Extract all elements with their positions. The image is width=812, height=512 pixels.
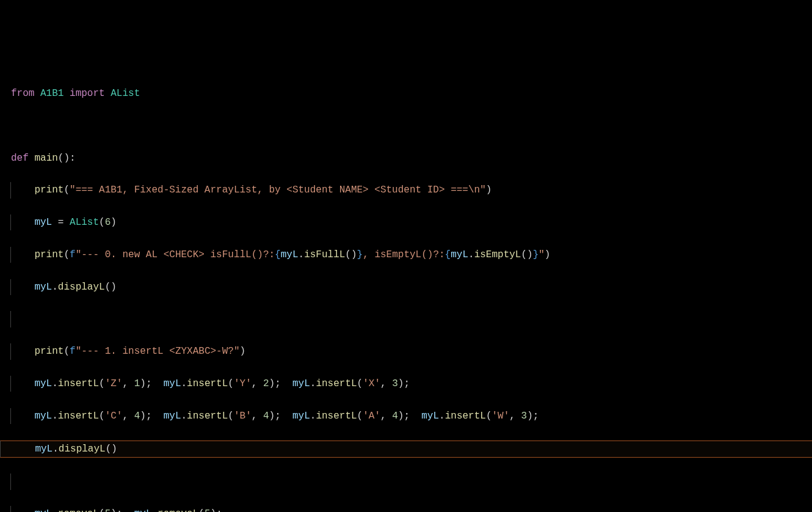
class-name: AList	[111, 88, 140, 99]
code-line[interactable]: print(f"--- 1. insertL <ZYXABC>-W?")	[10, 343, 812, 359]
code-line-highlighted[interactable]: myL.displayL()	[0, 441, 812, 458]
code-line[interactable]: print(f"--- 0. new AL <CHECK> isFullL()?…	[10, 247, 812, 263]
code-line[interactable]: myL.displayL()	[10, 279, 812, 295]
keyword-import: import	[70, 88, 105, 99]
code-line[interactable]: def main():	[11, 150, 812, 166]
keyword-from: from	[11, 88, 34, 99]
code-line[interactable]: print("=== A1B1, Fixed-Sized ArrayList, …	[10, 182, 812, 198]
code-line[interactable]: from A1B1 import AList	[11, 86, 812, 101]
code-line[interactable]: myL.insertL('C', 4); myL.insertL('B', 4)…	[10, 408, 812, 424]
code-line[interactable]	[11, 118, 812, 134]
keyword-def: def	[11, 153, 29, 164]
variable: myL	[34, 217, 52, 228]
code-editor[interactable]: from A1B1 import AList def main(): print…	[11, 70, 812, 512]
function-name: main	[34, 153, 57, 164]
code-line[interactable]	[10, 474, 812, 489]
module-name: A1B1	[40, 88, 63, 99]
string-literal: "=== A1B1, Fixed-Sized ArrayList, by <St…	[70, 185, 486, 196]
number: 6	[105, 217, 111, 228]
class-name: AList	[70, 217, 99, 228]
code-line[interactable]: myL.removeL(5); myL.removeL(5);	[10, 506, 812, 512]
call: print	[34, 185, 63, 196]
code-line[interactable]: myL.insertL('Z', 1); myL.insertL('Y', 2)…	[10, 376, 812, 392]
code-line[interactable]	[10, 311, 812, 327]
code-line[interactable]: myL = AList(6)	[10, 214, 812, 230]
